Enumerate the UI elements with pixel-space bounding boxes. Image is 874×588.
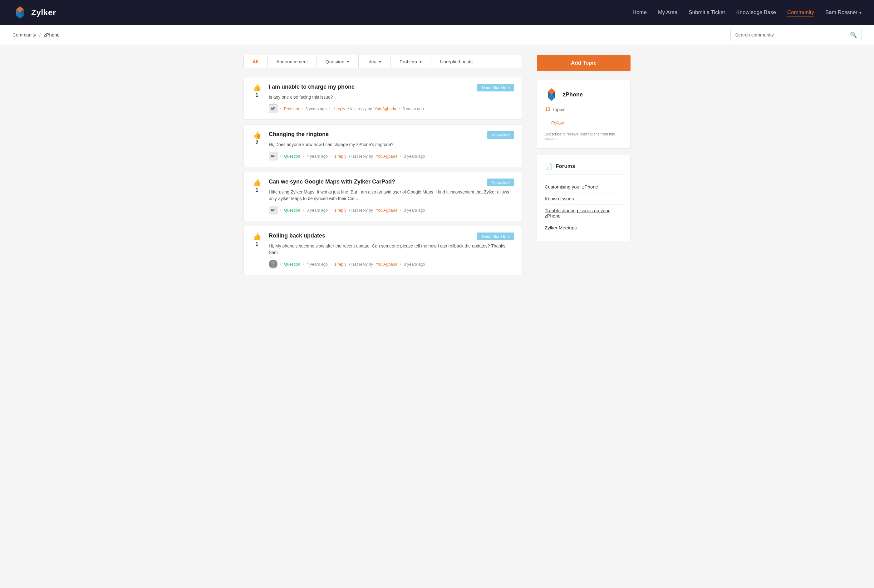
topic-title[interactable]: Rolling back updates — [269, 232, 325, 239]
chevron-down-icon: ▼ — [346, 60, 349, 64]
filter-tab-unreplied[interactable]: Unreplied posts — [432, 55, 481, 68]
replies-link[interactable]: 1 reply — [334, 262, 346, 267]
status-badge: Need More Info — [477, 232, 514, 240]
breadcrumb-separator: / — [39, 32, 40, 38]
last-reply-label: • last reply by — [349, 262, 373, 267]
last-reply-ago: 3 years ago — [403, 106, 424, 111]
brand: Zylker — [12, 5, 56, 20]
thumbs-up-icon[interactable]: 👍 — [253, 233, 261, 240]
avatar: AP — [269, 104, 277, 113]
topic-header: I am unable to charge my phone Need More… — [269, 84, 514, 92]
vote-count: 1 — [256, 92, 258, 98]
forum-info-section: zPhone 13 topics Follow Subscribe to rec… — [537, 80, 631, 148]
category-tag[interactable]: Question — [284, 208, 300, 213]
filter-tab-announcement[interactable]: Announcement — [267, 55, 317, 68]
topics-count-label: topics — [553, 107, 565, 112]
topic-excerpt: I like using Zylker Maps. It works just … — [269, 189, 514, 202]
last-reply-ago: 3 years ago — [403, 208, 425, 213]
forum-link-meetups[interactable]: Zylker Meetups — [545, 222, 623, 234]
topic-header: Changing the ringtone Answered — [269, 131, 514, 139]
topic-body: Rolling back updates Need More Info Hi, … — [269, 232, 514, 268]
category-tag[interactable]: Problem — [284, 106, 299, 111]
forum-link-customising[interactable]: Customising your zPhone — [545, 181, 623, 193]
vote-count: 2 — [256, 140, 258, 146]
topic-vote: 👍 1 — [251, 232, 262, 247]
nav-links: Home My Area Submit a Ticket Knowledge B… — [633, 9, 814, 16]
category-tag[interactable]: Question — [284, 262, 300, 267]
breadcrumb-community[interactable]: Community — [12, 32, 36, 38]
filter-tab-question[interactable]: Question ▼ — [317, 55, 359, 68]
brand-logo — [12, 5, 27, 20]
nav-item-community[interactable]: Community — [787, 9, 814, 16]
forum-logo — [545, 88, 558, 101]
nav-item-submit-ticket[interactable]: Submit a Ticket — [688, 9, 725, 16]
search-bar: 🔍 — [730, 29, 862, 41]
topic-title[interactable]: I am unable to charge my phone — [269, 84, 355, 90]
nav-item-home[interactable]: Home — [633, 9, 647, 16]
forum-name: zPhone — [563, 92, 583, 98]
nav-user[interactable]: Sam Rossner — [825, 9, 862, 16]
topic-excerpt: Hi, Does anyone know how I can change my… — [269, 141, 514, 148]
forum-link-troubleshooting[interactable]: Troubleshooting issues on your zPhone — [545, 205, 623, 222]
last-reply-user[interactable]: Yod Agbaria — [375, 154, 397, 159]
main-container: All Announcement Question ▼ Idea ▼ Probl… — [231, 45, 643, 290]
follow-description: Subscribe to receive notifications from … — [545, 132, 623, 141]
chevron-down-icon: ▼ — [419, 60, 422, 64]
topic-body: Changing the ringtone Answered Hi, Does … — [269, 131, 514, 160]
status-badge: Answered — [487, 131, 514, 139]
nav-item-knowledge-base[interactable]: Knowledge Base — [736, 9, 776, 16]
search-input[interactable] — [735, 32, 850, 38]
last-reply-user[interactable]: Yod Agbaria — [375, 106, 396, 111]
avatar: AP — [269, 206, 277, 214]
posted-ago: 3 years ago — [306, 106, 327, 111]
last-reply-ago: 3 years ago — [403, 154, 425, 159]
thumbs-up-icon[interactable]: 👍 — [253, 179, 261, 186]
topic-card: 👍 1 Can we sync Google Maps with Zylker … — [243, 172, 522, 221]
add-topic-button[interactable]: Add Topic — [537, 55, 631, 71]
forums-heading: 📄 Forums — [545, 163, 623, 175]
svg-point-1 — [271, 261, 275, 265]
topic-body: I am unable to charge my phone Need More… — [269, 84, 514, 113]
topic-meta: AP • Question • 3 years ago • 1 reply • … — [269, 206, 514, 214]
replies-link[interactable]: 1 reply — [334, 208, 346, 213]
vote-count: 1 — [256, 241, 258, 247]
topic-excerpt: Hi, My phone's become slow after the rec… — [269, 243, 514, 256]
filter-tab-all[interactable]: All — [244, 55, 267, 68]
last-reply-ago: 3 years ago — [403, 262, 425, 267]
status-badge: Need More Info — [477, 84, 514, 92]
avatar: AP — [269, 152, 277, 160]
search-button[interactable]: 🔍 — [850, 32, 857, 38]
filter-tabs: All Announcement Question ▼ Idea ▼ Probl… — [243, 55, 522, 68]
filter-tab-idea[interactable]: Idea ▼ — [359, 55, 391, 68]
vote-count: 1 — [256, 187, 258, 193]
posted-ago: 3 years ago — [307, 208, 328, 213]
topic-excerpt: Is any one else facing this issue? — [269, 94, 514, 100]
nav-item-my-area[interactable]: My Area — [658, 9, 678, 16]
topic-card: 👍 1 I am unable to charge my phone Need … — [243, 77, 522, 120]
breadcrumb: Community / zPhone — [12, 32, 730, 38]
filter-tab-problem[interactable]: Problem ▼ — [391, 55, 432, 68]
last-reply-user[interactable]: Yod Agbaria — [375, 208, 397, 213]
forums-section: 📄 Forums Customising your zPhone Known I… — [537, 155, 631, 241]
topics-count-number: 13 — [545, 106, 551, 112]
thumbs-up-icon[interactable]: 👍 — [253, 132, 261, 139]
category-tag[interactable]: Question — [284, 154, 300, 159]
topic-card: 👍 2 Changing the ringtone Answered Hi, D… — [243, 124, 522, 167]
thumbs-up-icon[interactable]: 👍 — [253, 84, 261, 91]
forum-link-known-issues[interactable]: Known Issues — [545, 193, 623, 205]
topic-title[interactable]: Can we sync Google Maps with Zylker CarP… — [269, 178, 395, 185]
topic-meta: AP • Problem • 3 years ago • 1 reply • l… — [269, 104, 514, 113]
brand-name: Zylker — [31, 8, 56, 18]
topic-title[interactable]: Changing the ringtone — [269, 131, 329, 138]
user-photo-icon — [269, 260, 277, 268]
topic-header: Rolling back updates Need More Info — [269, 232, 514, 240]
follow-button[interactable]: Follow — [545, 118, 570, 128]
topic-body: Can we sync Google Maps with Zylker CarP… — [269, 178, 514, 214]
forums-heading-label: Forums — [556, 163, 575, 170]
forum-header: zPhone — [545, 88, 623, 101]
last-reply-user[interactable]: Yod Agbaria — [375, 262, 397, 267]
topic-card: 👍 1 Rolling back updates Need More Info … — [243, 226, 522, 275]
replies-link[interactable]: 1 reply — [334, 154, 346, 159]
navbar: Zylker Home My Area Submit a Ticket Know… — [0, 0, 874, 25]
replies-link[interactable]: 1 reply — [333, 106, 345, 111]
